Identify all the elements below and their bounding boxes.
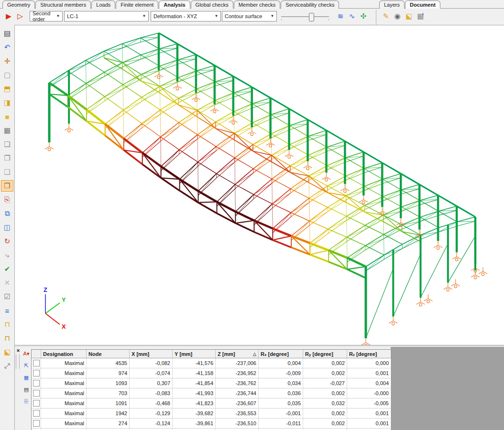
deformed-shape-icon[interactable]: ≋ — [335, 11, 346, 22]
sheet-current-icon[interactable]: ❒ — [1, 180, 13, 192]
tab-layers[interactable]: Layers — [379, 0, 405, 9]
row-select-cell[interactable] — [32, 378, 41, 388]
tab-member-checks[interactable]: Member checks — [234, 0, 281, 9]
result-diagram-icon[interactable]: ∿ — [346, 11, 358, 22]
row-checkbox[interactable] — [33, 410, 40, 417]
export-table-icon[interactable]: ⎘ — [22, 397, 31, 406]
box-wireframe-icon[interactable]: ▢ — [1, 69, 13, 81]
cell: -236,762 — [216, 378, 259, 388]
copy-objects-icon[interactable]: ⧉ — [1, 208, 13, 219]
coordinate-system-icon[interactable]: ✛ — [1, 55, 13, 67]
column-header-x[interactable]: X [mm] — [130, 350, 173, 358]
row-checkbox[interactable] — [33, 360, 40, 366]
table-row[interactable]: Maximal274-0,124-39,861-236,510-0,0110,0… — [32, 419, 391, 429]
member — [383, 190, 401, 196]
workbench-1-icon[interactable]: ⊓ — [1, 319, 13, 330]
table-row[interactable]: Maximal10930,307-41,854-236,7620,034-0,0… — [32, 378, 391, 388]
load-case-combo[interactable]: LC-1 ▼ — [64, 11, 149, 22]
row-select-cell[interactable] — [32, 358, 41, 368]
member — [235, 223, 254, 232]
display-style-combo[interactable]: Contour surface ▼ — [222, 11, 277, 22]
row-select-cell[interactable] — [32, 408, 41, 418]
sheet-solid-icon[interactable]: ❑ — [1, 166, 13, 178]
member — [217, 214, 236, 224]
save-icon[interactable]: ▤ — [1, 28, 13, 39]
tab-document[interactable]: Document — [405, 0, 440, 9]
row-checkbox[interactable] — [33, 370, 40, 376]
tab-loads[interactable]: Loads — [91, 0, 115, 9]
folder-open-icon[interactable]: ⬕ — [1, 346, 13, 358]
table-view-icon[interactable]: ▦ — [22, 373, 31, 382]
column-header-designation[interactable]: Designation — [41, 350, 87, 358]
calculate-settings-icon[interactable]: ▷ — [14, 11, 26, 22]
row-checkbox[interactable] — [33, 380, 40, 387]
deformation-3d-view[interactable]: ZYX — [15, 25, 504, 345]
zoom-fit-icon[interactable]: ⤢ — [1, 360, 13, 372]
check-list-icon[interactable]: ≡ — [1, 305, 13, 316]
row-checkbox[interactable] — [33, 400, 40, 407]
row-select-cell[interactable] — [32, 398, 41, 408]
extreme-values-icon[interactable]: A▾ — [22, 349, 31, 358]
table-row[interactable]: Maximal1091-0,468-41,823-236,6070,0350,0… — [32, 398, 391, 408]
member — [197, 100, 215, 110]
row-select-cell[interactable] — [32, 368, 41, 378]
analysis-type-combo[interactable]: Second order ▼ — [30, 11, 63, 22]
column-header-rx[interactable]: Rx [degree] — [259, 350, 303, 358]
page-export-icon[interactable]: ⎘ — [1, 194, 13, 205]
apply-selection-icon[interactable]: ☑ — [1, 291, 13, 302]
result-scale-slider[interactable] — [281, 14, 329, 19]
chevron-down-icon[interactable]: ▼ — [269, 12, 275, 19]
chevron-down-icon[interactable]: ▼ — [141, 12, 147, 19]
table-row[interactable]: Maximal1942-0,129-39,682-236,553-0,0010,… — [32, 408, 391, 419]
column-header-ry[interactable]: Ry [degree] — [303, 350, 347, 358]
member — [178, 93, 197, 103]
open-folder-icon[interactable]: ⬕ — [403, 11, 415, 22]
column-header-rz[interactable]: Rz [degree] — [347, 350, 391, 358]
column-header-node[interactable]: Node — [87, 350, 130, 358]
tab-analysis[interactable]: Analysis — [159, 0, 190, 9]
table-row[interactable]: Maximal974-0,074-41,158-236,952-0,0090,0… — [32, 368, 391, 378]
member — [142, 114, 160, 124]
sheet-new-icon[interactable]: ❏ — [1, 139, 13, 150]
workbench-2-icon[interactable]: ⊓ — [1, 333, 13, 344]
snapshot-icon[interactable]: ◉ — [392, 11, 403, 22]
pick-node-icon[interactable]: ⇱ — [22, 361, 31, 370]
chevron-down-icon[interactable]: ▼ — [55, 12, 61, 19]
structure-info-icon[interactable]: ▦i — [415, 11, 426, 22]
table-row[interactable]: Maximal703-0,083-41,993-236,7440,0360,00… — [32, 388, 391, 398]
undo-icon[interactable]: ↶ — [1, 42, 13, 53]
tab-structural-members[interactable]: Structural members — [35, 0, 91, 9]
tab-global-checks[interactable]: Global checks — [191, 0, 233, 9]
box-top-face-icon[interactable]: ⬒ — [1, 83, 13, 95]
row-select-cell[interactable] — [32, 388, 41, 398]
confirm-icon[interactable]: ✔ — [1, 263, 13, 275]
grid-icon[interactable]: ▦ — [1, 125, 13, 136]
close-icon[interactable]: ✕ — [15, 348, 21, 354]
result-type-combo[interactable]: Deformation - XYZ ▼ — [151, 11, 221, 22]
cancel-disabled-icon[interactable]: ✕ — [1, 277, 13, 289]
move-with-labels-icon[interactable]: ⤷ — [1, 249, 13, 261]
row-select-cell[interactable] — [32, 419, 41, 428]
save-table-icon[interactable]: ▤ — [22, 385, 31, 394]
rotation-axes-icon[interactable]: ✣ — [358, 11, 369, 22]
chevron-down-icon[interactable]: ▼ — [213, 12, 219, 19]
mirror-objects-icon[interactable]: ◫ — [1, 222, 13, 233]
tab-finite-element[interactable]: Finite element — [116, 0, 158, 9]
column-header-z[interactable]: Z [mm]△ — [216, 350, 259, 358]
row-checkbox[interactable] — [33, 420, 40, 427]
edit-document-icon[interactable]: ✎ — [380, 11, 392, 22]
box-solid-icon[interactable]: ■ — [1, 111, 13, 122]
row-checkbox[interactable] — [33, 390, 40, 397]
column-header-y[interactable]: Y [mm] — [173, 350, 216, 358]
tab-serviceability-checks[interactable]: Serviceability checks — [281, 0, 339, 9]
tab-geometry[interactable]: Geometry — [2, 0, 35, 9]
model-viewport[interactable]: ZYX — [15, 25, 504, 345]
member — [327, 147, 345, 158]
panel-grip[interactable] — [16, 355, 20, 369]
calculate-icon[interactable]: ▶ — [3, 11, 14, 22]
table-row[interactable]: Maximal4535-0,082-41,576-237,0060,0040,0… — [32, 358, 391, 368]
slider-thumb[interactable] — [309, 13, 314, 22]
box-side-face-icon[interactable]: ◨ — [1, 97, 13, 108]
sheet-fold-icon[interactable]: ❐ — [1, 152, 13, 164]
rotate-objects-icon[interactable]: ↻ — [1, 236, 13, 247]
